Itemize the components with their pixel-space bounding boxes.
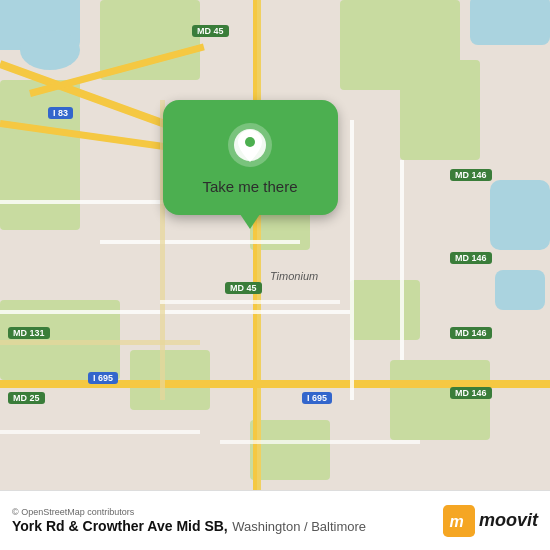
small-road-7 <box>160 300 340 304</box>
moovit-icon: m <box>443 505 475 537</box>
label-i83: I 83 <box>48 107 73 119</box>
small-road-4 <box>400 160 404 360</box>
label-md146-2: MD 146 <box>450 252 492 264</box>
water-area-3 <box>470 0 550 45</box>
water-area-2 <box>20 30 80 70</box>
small-road-2 <box>100 240 300 244</box>
popup-bubble: Take me there <box>163 100 338 215</box>
svg-text:m: m <box>449 513 463 530</box>
green-area-3 <box>0 80 80 230</box>
location-name: York Rd & Crowther Ave Mid SB, <box>12 518 228 534</box>
location-region: Washington / Baltimore <box>232 519 366 534</box>
svg-point-2 <box>245 137 255 147</box>
label-i695-1: I 695 <box>88 372 118 384</box>
location-pin-icon <box>225 120 275 170</box>
small-road-9 <box>0 430 200 434</box>
location-details: York Rd & Crowther Ave Mid SB, Washingto… <box>12 517 443 535</box>
label-md25: MD 25 <box>8 392 45 404</box>
popup: Take me there <box>140 100 360 215</box>
small-road-3 <box>0 310 350 314</box>
location-info: © OpenStreetMap contributors York Rd & C… <box>12 507 443 535</box>
small-road-10 <box>220 440 420 444</box>
label-md45-top: MD 45 <box>192 25 229 37</box>
moovit-logo: m moovit <box>443 505 538 537</box>
small-road-8 <box>0 340 200 345</box>
water-area-5 <box>495 270 545 310</box>
city-label: Timonium <box>270 270 318 282</box>
green-area-10 <box>250 420 330 480</box>
label-i695-2: I 695 <box>302 392 332 404</box>
label-md146-1: MD 146 <box>450 169 492 181</box>
label-md146-3: MD 146 <box>450 327 492 339</box>
label-md146-4: MD 146 <box>450 387 492 399</box>
map-container: MD 45 MD 45 MD 146 MD 146 MD 146 MD 131 … <box>0 0 550 490</box>
york-rd-road-2 <box>257 0 261 490</box>
green-area-7 <box>390 360 490 440</box>
label-md45-mid: MD 45 <box>225 282 262 294</box>
green-area-4 <box>400 60 480 160</box>
bottom-bar: © OpenStreetMap contributors York Rd & C… <box>0 490 550 550</box>
attribution-text: © OpenStreetMap contributors <box>12 507 443 517</box>
moovit-brand-text: moovit <box>479 510 538 531</box>
take-me-there-button[interactable]: Take me there <box>202 178 297 195</box>
green-area-8 <box>350 280 420 340</box>
water-area-4 <box>490 180 550 250</box>
label-md131: MD 131 <box>8 327 50 339</box>
